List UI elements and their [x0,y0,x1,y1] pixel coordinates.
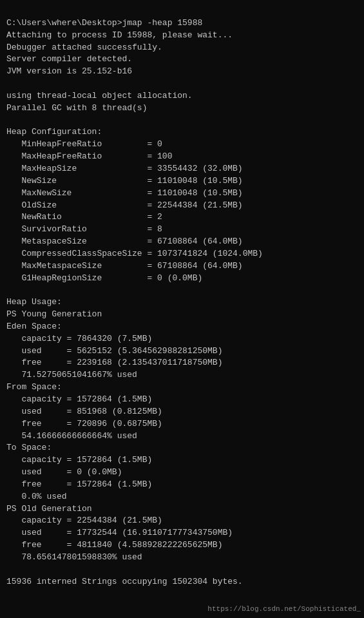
terminal-line: Heap Usage: [6,296,358,309]
terminal-line: used = 851968 (0.8125MB) [6,406,358,418]
terminal-line: MetaspaceSize = 67108864 (64.0MB) [6,236,358,248]
terminal-output: C:\Users\where\Desktop>jmap -heap 15988A… [6,5,358,588]
terminal-line: C:\Users\where\Desktop>jmap -heap 15988 [6,17,358,30]
terminal-line: MaxHeapSize = 33554432 (32.0MB) [6,163,358,175]
terminal-line: 15936 interned Strings occupying 1502304… [6,576,358,588]
terminal-line: used = 17732544 (16.911071777343750MB) [6,527,358,539]
terminal-line: capacity = 22544384 (21.5MB) [6,515,358,527]
terminal-line: free = 4811840 (4.588928222265625MB) [6,539,358,552]
terminal-line: PS Old Generation [6,503,358,516]
terminal-line: Heap Configuration: [6,126,358,139]
terminal-line: free = 2239168 (2.135437011718750MB) [6,357,358,369]
terminal-line: MaxHeapFreeRatio = 100 [6,151,358,163]
terminal-line: 0.0% used [6,491,358,503]
terminal-line: To Space: [6,442,358,454]
terminal-line: free = 720896 (0.6875MB) [6,418,358,430]
terminal-line: using thread-local object allocation. [6,90,358,102]
terminal-line: NewRatio = 2 [6,211,358,224]
terminal-line: JVM version is 25.152-b16 [6,66,358,78]
terminal-line: MaxMetaspaceSize = 67108864 (64.0MB) [6,260,358,273]
terminal-line [6,115,358,127]
terminal-line: CompressedClassSpaceSize = 1073741824 (1… [6,248,358,260]
terminal-line: PS Young Generation [6,309,358,321]
watermark: https://blog.csdn.net/Sophisticated_ [207,604,361,615]
terminal-line: Parallel GC with 8 thread(s) [6,102,358,115]
terminal-line: Eden Space: [6,321,358,333]
terminal-line: used = 0 (0.0MB) [6,467,358,479]
terminal-line: Debugger attached successfully. [6,42,358,54]
terminal-line: SurvivorRatio = 8 [6,224,358,236]
terminal-line [6,564,358,576]
terminal-line: Attaching to process ID 15988, please wa… [6,30,358,42]
terminal-line: OldSize = 22544384 (21.5MB) [6,200,358,212]
terminal-line: MinHeapFreeRatio = 0 [6,139,358,151]
terminal-line: free = 1572864 (1.5MB) [6,479,358,491]
terminal-line: capacity = 1572864 (1.5MB) [6,394,358,406]
terminal-line: capacity = 7864320 (7.5MB) [6,333,358,345]
terminal-line [6,78,358,90]
terminal-line: used = 5625152 (5.364562988281250MB) [6,345,358,358]
terminal-line [6,284,358,296]
terminal-line: From Space: [6,381,358,394]
terminal-line: Server compiler detected. [6,53,358,66]
terminal-line: MaxNewSize = 11010048 (10.5MB) [6,188,358,200]
terminal-line: 54.16666666666664% used [6,430,358,443]
terminal-line: capacity = 1572864 (1.5MB) [6,454,358,467]
terminal-line: 71.52750651041667% used [6,369,358,381]
terminal-line: NewSize = 11010048 (10.5MB) [6,175,358,188]
terminal-line: G1HeapRegionSize = 0 (0.0MB) [6,273,358,285]
terminal-line: 78.656147801598830% used [6,552,358,564]
